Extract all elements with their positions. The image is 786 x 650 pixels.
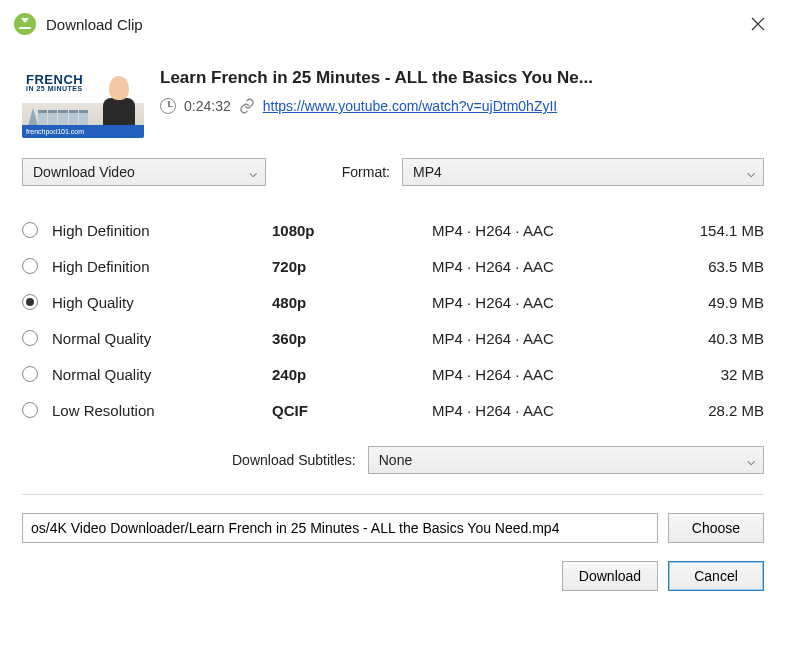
quality-label: Normal Quality bbox=[52, 330, 272, 347]
quality-radio[interactable] bbox=[22, 402, 38, 418]
quality-label: High Quality bbox=[52, 294, 272, 311]
thumb-subtext: IN 25 MINUTES bbox=[26, 86, 83, 92]
quality-label: Low Resolution bbox=[52, 402, 272, 419]
divider bbox=[22, 494, 764, 495]
chevron-down-icon: ⌵ bbox=[747, 452, 755, 468]
quality-size: 40.3 MB bbox=[674, 330, 764, 347]
quality-size: 28.2 MB bbox=[674, 402, 764, 419]
quality-row[interactable]: High Definition1080pMP4 · H264 · AAC154.… bbox=[22, 212, 764, 248]
save-path-input[interactable] bbox=[22, 513, 658, 543]
download-action-select[interactable]: Download Video ⌵ bbox=[22, 158, 266, 186]
quality-codec: MP4 · H264 · AAC bbox=[432, 366, 674, 383]
quality-label: High Definition bbox=[52, 258, 272, 275]
quality-row[interactable]: High Quality480pMP4 · H264 · AAC49.9 MB bbox=[22, 284, 764, 320]
quality-row[interactable]: Normal Quality360pMP4 · H264 · AAC40.3 M… bbox=[22, 320, 764, 356]
video-duration: 0:24:32 bbox=[184, 98, 231, 114]
quality-size: 63.5 MB bbox=[674, 258, 764, 275]
chevron-down-icon: ⌵ bbox=[747, 164, 755, 180]
chevron-down-icon: ⌵ bbox=[249, 164, 257, 180]
quality-radio[interactable] bbox=[22, 330, 38, 346]
window-title: Download Clip bbox=[46, 16, 744, 33]
quality-codec: MP4 · H264 · AAC bbox=[432, 222, 674, 239]
quality-label: Normal Quality bbox=[52, 366, 272, 383]
quality-codec: MP4 · H264 · AAC bbox=[432, 294, 674, 311]
download-button[interactable]: Download bbox=[562, 561, 658, 591]
quality-resolution: 360p bbox=[272, 330, 432, 347]
thumb-bar: frenchpod101.com bbox=[22, 125, 144, 138]
quality-radio[interactable] bbox=[22, 366, 38, 382]
quality-codec: MP4 · H264 · AAC bbox=[432, 402, 674, 419]
quality-row[interactable]: Normal Quality240pMP4 · H264 · AAC32 MB bbox=[22, 356, 764, 392]
video-title: Learn French in 25 Minutes - ALL the Bas… bbox=[160, 68, 764, 88]
quality-row[interactable]: Low ResolutionQCIFMP4 · H264 · AAC28.2 M… bbox=[22, 392, 764, 428]
format-select-value: MP4 bbox=[413, 164, 442, 180]
format-select[interactable]: MP4 ⌵ bbox=[402, 158, 764, 186]
quality-size: 49.9 MB bbox=[674, 294, 764, 311]
titlebar: Download Clip bbox=[0, 0, 786, 46]
quality-resolution: 1080p bbox=[272, 222, 432, 239]
quality-label: High Definition bbox=[52, 222, 272, 239]
quality-radio[interactable] bbox=[22, 294, 38, 310]
video-url-link[interactable]: https://www.youtube.com/watch?v=ujDtm0hZ… bbox=[263, 98, 558, 114]
quality-resolution: 240p bbox=[272, 366, 432, 383]
quality-list: High Definition1080pMP4 · H264 · AAC154.… bbox=[0, 202, 786, 436]
choose-button[interactable]: Choose bbox=[668, 513, 764, 543]
app-icon bbox=[14, 13, 36, 35]
subtitles-select-value: None bbox=[379, 452, 412, 468]
quality-size: 32 MB bbox=[674, 366, 764, 383]
quality-row[interactable]: High Definition720pMP4 · H264 · AAC63.5 … bbox=[22, 248, 764, 284]
format-label: Format: bbox=[342, 164, 390, 180]
video-header: FRENCH IN 25 MINUTES frenchpod101.com Le… bbox=[0, 46, 786, 154]
close-button[interactable] bbox=[744, 10, 772, 38]
quality-resolution: 720p bbox=[272, 258, 432, 275]
quality-resolution: 480p bbox=[272, 294, 432, 311]
link-icon bbox=[239, 98, 255, 114]
quality-size: 154.1 MB bbox=[674, 222, 764, 239]
action-select-value: Download Video bbox=[33, 164, 135, 180]
subtitles-label: Download Subtitles: bbox=[232, 452, 356, 468]
clock-icon bbox=[160, 98, 176, 114]
video-thumbnail: FRENCH IN 25 MINUTES frenchpod101.com bbox=[22, 68, 144, 138]
subtitles-select[interactable]: None ⌵ bbox=[368, 446, 764, 474]
quality-codec: MP4 · H264 · AAC bbox=[432, 258, 674, 275]
quality-codec: MP4 · H264 · AAC bbox=[432, 330, 674, 347]
quality-radio[interactable] bbox=[22, 258, 38, 274]
cancel-button[interactable]: Cancel bbox=[668, 561, 764, 591]
quality-resolution: QCIF bbox=[272, 402, 432, 419]
quality-radio[interactable] bbox=[22, 222, 38, 238]
